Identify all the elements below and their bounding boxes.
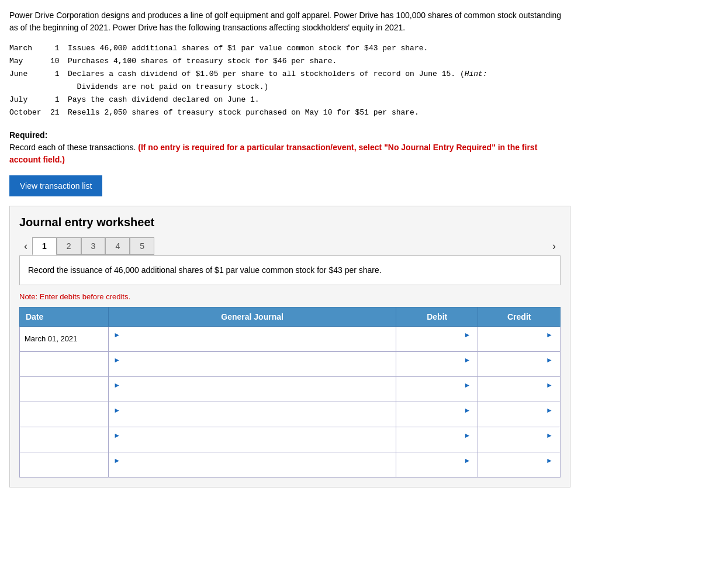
tabs-wrapper: ‹ 1 2 3 4 5 › [19,237,561,255]
credit-input-1[interactable] [483,339,555,348]
journal-cell-5[interactable]: ► [109,427,396,452]
arrow-indicator-1: ► [113,331,120,339]
credit-cell-3[interactable]: ► [478,376,561,402]
credit-input-5[interactable] [483,440,555,448]
debit-arrow-2: ► [464,356,471,364]
tab-4[interactable]: 4 [105,237,130,255]
transactions-list: March 1 Issues 46,000 additional shares … [9,42,707,120]
worksheet-title: Journal entry worksheet [19,216,561,229]
table-row: March 01, 2021 ► ► ► [20,326,561,351]
table-header-row: Date General Journal Debit Credit [20,307,561,326]
table-row: ► ► ► [20,427,561,452]
journal-cell-4[interactable]: ► [109,402,396,427]
credit-arrow-1: ► [546,331,553,339]
credit-cell-1[interactable]: ► [478,326,561,351]
debit-cell-1[interactable]: ► [396,326,478,351]
required-label: Required: [9,130,47,140]
journal-input-2[interactable] [113,364,391,373]
tab-prev-button[interactable]: ‹ [19,238,32,255]
date-value-1: March 01, 2021 [25,334,77,343]
credit-arrow-5: ► [546,431,553,440]
journal-cell-2[interactable]: ► [109,351,396,376]
col-journal-header: General Journal [109,307,396,326]
journal-cell-6[interactable]: ► [109,452,396,477]
credit-cell-4[interactable]: ► [478,402,561,427]
credit-cell-6[interactable]: ► [478,452,561,477]
debit-cell-6[interactable]: ► [396,452,478,477]
table-row: ► ► ► [20,351,561,376]
journal-input-4[interactable] [113,414,391,423]
transaction-may: May 10 Purchases 4,100 shares of treasur… [9,55,707,68]
table-row: ► ► ► [20,402,561,427]
credit-input-4[interactable] [483,414,555,423]
required-section: Required: Record each of these transacti… [9,129,570,166]
debit-arrow-5: ► [464,431,471,440]
debit-cell-5[interactable]: ► [396,427,478,452]
col-credit-header: Credit [478,307,561,326]
date-cell-4 [20,402,109,427]
tab-5[interactable]: 5 [130,237,154,255]
debit-arrow-6: ► [464,456,471,465]
debit-cell-2[interactable]: ► [396,351,478,376]
credit-input-3[interactable] [483,389,555,398]
date-cell-2 [20,351,109,376]
journal-cell-1[interactable]: ► [109,326,396,351]
tab-3[interactable]: 3 [81,237,106,255]
tab-2[interactable]: 2 [57,237,81,255]
credit-cell-2[interactable]: ► [478,351,561,376]
arrow-indicator-5: ► [113,431,120,440]
credit-arrow-2: ► [546,356,553,364]
tabs-left: ‹ 1 2 3 4 5 [19,237,154,255]
tab-1[interactable]: 1 [32,237,57,255]
table-row: ► ► ► [20,376,561,402]
arrow-indicator-2: ► [113,356,120,364]
debit-input-6[interactable] [401,465,473,473]
required-text-before: Record each of these transactions. [9,143,138,152]
instruction-text: Record the issuance of 46,000 additional… [28,265,382,275]
debit-arrow-3: ► [464,381,471,389]
credit-arrow-3: ► [546,381,553,389]
journal-input-6[interactable] [113,465,391,473]
debit-arrow-1: ► [464,331,471,339]
date-cell-5 [20,427,109,452]
debit-input-4[interactable] [401,414,473,423]
credit-input-6[interactable] [483,465,555,473]
note-text: Note: Enter debits before credits. [19,292,561,301]
debit-input-1[interactable] [401,339,473,348]
arrow-indicator-6: ► [113,456,120,465]
instruction-box: Record the issuance of 46,000 additional… [19,255,561,285]
debit-input-3[interactable] [401,389,473,398]
col-debit-header: Debit [396,307,478,326]
transaction-june: June 1 Declares a cash dividend of $1.05… [9,68,707,81]
intro-paragraph: Power Drive Corporation designs and prod… [9,9,570,34]
transaction-march: March 1 Issues 46,000 additional shares … [9,42,707,55]
credit-input-2[interactable] [483,364,555,373]
journal-input-3[interactable] [113,389,391,398]
debit-cell-4[interactable]: ► [396,402,478,427]
debit-input-2[interactable] [401,364,473,373]
journal-input-1[interactable] [113,339,391,348]
date-cell-3 [20,376,109,402]
credit-arrow-6: ► [546,456,553,465]
date-cell-6 [20,452,109,477]
date-cell-1: March 01, 2021 [20,326,109,351]
arrow-indicator-3: ► [113,381,120,389]
journal-input-5[interactable] [113,440,391,448]
view-transaction-list-button[interactable]: View transaction list [9,175,102,196]
journal-cell-3[interactable]: ► [109,376,396,402]
debit-arrow-4: ► [464,406,471,414]
col-date-header: Date [20,307,109,326]
arrow-indicator-4: ► [113,406,120,414]
journal-entry-worksheet: Journal entry worksheet ‹ 1 2 3 4 5 › Re… [9,206,570,487]
credit-cell-5[interactable]: ► [478,427,561,452]
credit-arrow-4: ► [546,406,553,414]
journal-table: Date General Journal Debit Credit March … [19,307,561,478]
transaction-june-cont: Dividends are not paid on treasury stock… [9,81,707,94]
debit-input-5[interactable] [401,440,473,448]
transaction-july: July 1 Pays the cash dividend declared o… [9,94,707,106]
tab-next-button[interactable]: › [548,238,561,255]
debit-cell-3[interactable]: ► [396,376,478,402]
table-row: ► ► ► [20,452,561,477]
transaction-october: October 21 Resells 2,050 shares of treas… [9,106,707,119]
